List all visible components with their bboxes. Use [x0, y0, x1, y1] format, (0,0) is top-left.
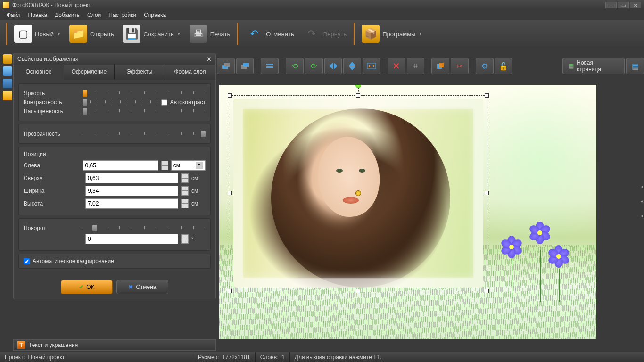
tool-layer-up[interactable]: [236, 58, 254, 74]
flyout-handle[interactable]: ◂: [641, 198, 643, 204]
redo-button[interactable]: ↷ Вернуть: [299, 23, 351, 45]
unit-select[interactable]: см▾: [171, 160, 206, 171]
strip-star-icon[interactable]: [3, 54, 12, 64]
rotation-label: Поворот: [24, 225, 83, 231]
right-flyout-handles: ◂ ◂ ◂: [641, 184, 643, 218]
selected-photo-layer[interactable]: [233, 99, 483, 288]
page-settings-button[interactable]: ▤: [626, 58, 644, 74]
tool-align[interactable]: [261, 58, 279, 74]
spin-down[interactable]: ▼: [181, 178, 189, 183]
spin-up[interactable]: ▲: [181, 173, 189, 178]
resize-handle-bl[interactable]: [228, 289, 232, 293]
spin-up[interactable]: ▲: [161, 161, 168, 165]
x-icon: ✖: [128, 284, 133, 290]
autocrop-checkbox[interactable]: [24, 258, 30, 264]
spin-up[interactable]: ▲: [181, 186, 189, 191]
chevron-down-icon[interactable]: ▼: [57, 32, 61, 36]
tab-decoration[interactable]: Оформление: [64, 65, 115, 80]
new-page-button[interactable]: ▤ Новая страница: [562, 58, 625, 74]
menu-layer[interactable]: Слой: [83, 11, 105, 19]
print-button[interactable]: 🖶 Печать: [186, 23, 234, 45]
folder-icon: 📁: [69, 25, 87, 43]
center-handle[interactable]: [355, 190, 361, 196]
height-input[interactable]: [85, 198, 178, 209]
spin-down[interactable]: ▼: [181, 191, 189, 196]
autocontrast-checkbox[interactable]: [161, 99, 167, 106]
tool-flip-h[interactable]: [324, 58, 342, 74]
menu-add[interactable]: Добавить: [51, 11, 83, 19]
resize-handle-bm[interactable]: [356, 289, 360, 293]
resize-handle-tl[interactable]: [228, 93, 232, 98]
width-input[interactable]: [85, 186, 178, 196]
tool-copy[interactable]: [431, 58, 449, 74]
tool-lock[interactable]: 🔓: [495, 58, 513, 74]
tool-rotate-right[interactable]: ⟳: [305, 58, 323, 74]
height-label: Высота: [24, 200, 83, 207]
strip-smiley-icon[interactable]: [3, 91, 12, 100]
tool-settings[interactable]: ⚙: [476, 58, 494, 74]
menu-edit[interactable]: Правка: [25, 11, 51, 19]
spin-up[interactable]: ▲: [181, 234, 189, 239]
tool-flip-v[interactable]: [343, 58, 361, 74]
autocrop-section: Автоматическое кадрирование: [18, 254, 211, 269]
resize-handle-tm[interactable]: [356, 93, 360, 98]
chevron-down-icon[interactable]: ▾: [196, 162, 203, 169]
project-name: Новый проект: [28, 354, 65, 361]
minimize-button[interactable]: —: [605, 2, 617, 8]
programs-button[interactable]: 📦 Программы ▼: [358, 23, 426, 45]
layers-value: 1: [281, 354, 285, 361]
spin-down[interactable]: ▼: [181, 239, 189, 244]
tool-crop[interactable]: ⌗: [407, 58, 425, 74]
contrast-slider[interactable]: [83, 99, 158, 106]
help-hint: Для вызова справки нажмите F1.: [295, 354, 382, 361]
resize-handle-br[interactable]: [485, 289, 489, 293]
ok-button[interactable]: ✔ OK: [61, 280, 113, 294]
tool-layer-down[interactable]: [217, 58, 235, 74]
brightness-slider[interactable]: [83, 90, 206, 97]
rotation-input[interactable]: [85, 234, 178, 244]
unit-label: см: [191, 188, 206, 194]
tool-delete[interactable]: ✕: [388, 58, 405, 74]
resize-handle-mr[interactable]: [485, 191, 489, 195]
canvas[interactable]: [219, 85, 596, 339]
cancel-button[interactable]: ✖ Отмена: [116, 280, 168, 294]
menu-settings[interactable]: Настройки: [105, 11, 140, 19]
flyout-handle[interactable]: ◂: [641, 213, 643, 218]
undo-button[interactable]: ↶ Отменить: [241, 23, 297, 45]
spin-down[interactable]: ▼: [161, 165, 168, 170]
chevron-down-icon[interactable]: ▼: [177, 32, 181, 36]
saturation-slider[interactable]: [83, 108, 206, 115]
tab-effects[interactable]: Эффекты: [115, 65, 165, 80]
spin-down[interactable]: ▼: [181, 204, 189, 208]
spin-up[interactable]: ▲: [181, 199, 189, 204]
maximize-button[interactable]: ▭: [618, 2, 629, 8]
chevron-down-icon[interactable]: ▼: [418, 32, 422, 36]
tab-layer-shape[interactable]: Форма слоя: [165, 65, 215, 80]
open-button[interactable]: 📁 Открыть: [66, 23, 118, 45]
tool-rotate-left[interactable]: ⟲: [286, 58, 304, 74]
strip-globe-icon[interactable]: [3, 79, 12, 88]
new-button[interactable]: ▢ Новый ▼: [10, 23, 65, 45]
left-label: Слева: [24, 162, 80, 169]
resize-handle-tr[interactable]: [485, 93, 489, 98]
menu-file[interactable]: Файл: [3, 11, 25, 19]
text-decorations-panel[interactable]: T Текст и украшения: [13, 339, 216, 351]
save-button[interactable]: 💾 Сохранить ▼: [119, 23, 185, 45]
tab-main[interactable]: Основное: [14, 65, 64, 80]
top-input[interactable]: [85, 173, 178, 183]
tool-fit[interactable]: [363, 58, 380, 74]
page-add-icon: ▤: [569, 63, 574, 69]
strip-image-icon[interactable]: [3, 66, 12, 76]
left-input[interactable]: [83, 160, 158, 171]
svg-rect-4: [266, 64, 273, 65]
close-button[interactable]: ✕: [630, 2, 641, 8]
dialog-titlebar[interactable]: Свойства изображения ✕: [14, 53, 215, 65]
dialog-close-button[interactable]: ✕: [206, 56, 212, 63]
tool-cut[interactable]: ✂: [451, 58, 469, 74]
opacity-slider[interactable]: [83, 131, 206, 137]
flyout-handle[interactable]: ◂: [641, 184, 643, 189]
resize-handle-ml[interactable]: [228, 191, 232, 195]
svg-rect-5: [266, 66, 273, 68]
menu-help[interactable]: Справка: [140, 11, 170, 19]
rotation-slider[interactable]: [83, 225, 206, 231]
